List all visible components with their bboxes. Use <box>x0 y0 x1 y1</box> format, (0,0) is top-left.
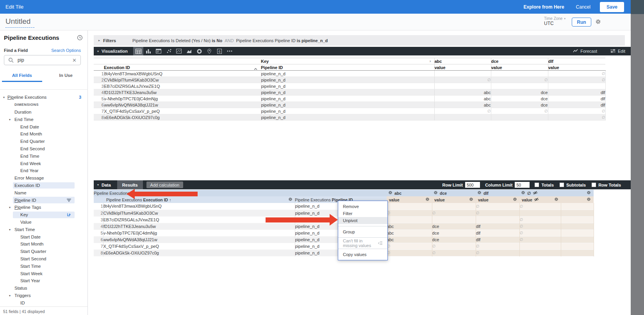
value-column-header[interactable]: value <box>491 64 548 71</box>
pipeline-id-cell[interactable]: pipeline_n_d <box>261 83 434 89</box>
row-totals-checkbox[interactable] <box>592 183 596 187</box>
pivot-value-cell[interactable]: dce <box>491 89 548 96</box>
pivot-value-cell[interactable]: ∅ <box>476 249 519 256</box>
add-calculation-button[interactable]: Add calculation <box>146 182 184 188</box>
pivot-value-cell[interactable]: ∅ <box>548 71 605 77</box>
pivot-value-cell[interactable]: dce <box>432 223 476 230</box>
pivot-value-cell[interactable] <box>434 71 491 77</box>
pivot-value-cell[interactable] <box>434 83 491 89</box>
pivot-value-cell[interactable]: abc <box>434 96 491 102</box>
pivot-value-cell[interactable]: dlf <box>476 223 519 230</box>
pivot-value-cell[interactable] <box>491 71 548 77</box>
pivot-value-cell[interactable]: ∅ <box>387 243 432 249</box>
execution-id-cell[interactable]: fD1I2J2hTTKE3Jeanu3u5w <box>104 89 261 96</box>
gear-icon[interactable] <box>554 197 558 202</box>
settings-gear-icon[interactable] <box>595 19 601 26</box>
viz-pivot-field-header[interactable]: Key› <box>261 58 434 64</box>
sidebar-field-start-week[interactable]: Start Week <box>0 270 88 277</box>
results-tab[interactable]: Results <box>117 180 143 189</box>
execution-id-column-header[interactable]: Execution ID <box>104 64 261 71</box>
execution-id-cell[interactable]: CVkBkIplTfum4SKab3O3Cw <box>104 77 261 83</box>
sidebar-field-start-second[interactable]: Start Second <box>0 255 88 263</box>
menu-item-filter[interactable]: Filter <box>338 210 387 217</box>
pivot-value-cell[interactable] <box>491 114 548 121</box>
sidebar-field-end-time[interactable]: ▾End Time <box>0 116 88 123</box>
pivot-value-cell[interactable]: ∅ <box>476 210 519 216</box>
chevron-down-icon[interactable]: ▾ <box>9 228 11 231</box>
pivot-value-cell[interactable]: ∅ <box>519 203 561 210</box>
results-value-header[interactable]: value <box>476 196 519 203</box>
search-options-link[interactable]: Search Options <box>51 48 81 53</box>
viz-pivot-value-header[interactable]: abc <box>434 58 491 64</box>
sidebar-field-key[interactable]: Key <box>0 211 88 219</box>
cancel-button[interactable]: Cancel <box>576 4 590 10</box>
sidebar-field-start-month[interactable]: Start Month <box>0 240 88 248</box>
pivot-value-cell[interactable]: dlf <box>476 230 519 236</box>
pivot-value-cell[interactable]: ∅ <box>387 210 432 216</box>
viz-pivot-value-header[interactable]: dlf <box>548 58 605 64</box>
pivot-value-cell[interactable]: ∅ <box>491 108 548 114</box>
sidebar-field-execution-id[interactable]: Execution ID <box>0 182 88 189</box>
chevron-right-icon[interactable]: ▸ <box>98 39 100 42</box>
sidebar-field-end-quarter[interactable]: End Quarter <box>0 138 88 145</box>
save-button[interactable]: Save <box>600 2 624 12</box>
results-value-header[interactable]: value <box>519 196 561 203</box>
pivot-value-cell[interactable]: abc <box>434 89 491 96</box>
value-column-header[interactable]: value <box>434 64 491 71</box>
pivot-value-cell[interactable] <box>387 216 432 223</box>
gear-icon[interactable] <box>433 190 438 196</box>
pivot-value-cell[interactable]: ∅ <box>387 249 432 256</box>
results-pivot-value-header[interactable]: dlf <box>476 190 519 196</box>
sidebar-field-triggers[interactable]: ▾Triggers <box>0 292 88 299</box>
pivot-value-cell[interactable]: ∅ <box>519 230 561 236</box>
explore-from-here-link[interactable]: Explore from Here <box>524 4 564 10</box>
pivot-value-cell[interactable]: ∅ <box>476 243 519 249</box>
execution-id-cell[interactable]: v-Nheh0pTPC7E0jC4dmNjg <box>104 96 261 102</box>
results-pivot-value-header[interactable]: ∅ <box>519 190 561 196</box>
viz-pivot-value-header[interactable]: dce <box>491 58 548 64</box>
value-column-header[interactable]: value <box>548 64 605 71</box>
sidebar-field-value[interactable]: Value <box>0 219 88 226</box>
pivot-value-cell[interactable]: ∅ <box>491 77 548 83</box>
pivot-value-cell[interactable] <box>519 249 561 256</box>
pivot-value-cell[interactable]: ∅ <box>548 77 605 83</box>
subtotals-checkbox[interactable] <box>560 183 564 187</box>
pivot-value-cell[interactable]: ∅ <box>434 108 491 114</box>
sidebar-field-end-date[interactable]: End Date <box>0 123 88 130</box>
gear-icon[interactable] <box>288 197 293 202</box>
donut-viz-icon[interactable] <box>194 47 204 55</box>
sidebar-field-end-month[interactable]: End Month <box>0 130 88 138</box>
pivot-value-cell[interactable]: ∅ <box>519 236 561 243</box>
results-pivot-value-header[interactable]: abc <box>387 190 432 196</box>
menu-item-unpivot[interactable]: Unpivot <box>338 217 387 224</box>
results-pivot-value-header[interactable]: dce <box>432 190 476 196</box>
filters-bar[interactable]: ▸ Filters Pipeline Executions Is Deleted… <box>94 35 625 46</box>
sidebar-field-end-week[interactable]: End Week <box>0 160 88 167</box>
clear-search-icon[interactable]: ✕ <box>72 57 77 63</box>
sidebar-field-end-second[interactable]: End Second <box>0 145 88 153</box>
gear-icon[interactable] <box>513 197 517 202</box>
tile-title-input[interactable]: Untitled <box>5 17 34 28</box>
pivot-value-cell[interactable]: dlf <box>548 96 605 102</box>
pivot-value-cell[interactable]: abc <box>387 236 432 243</box>
pipeline-id-cell[interactable]: pipeline_n_d <box>261 77 434 83</box>
menu-item-remove[interactable]: Remove <box>338 203 387 210</box>
chevron-down-icon[interactable]: ▾ <box>97 50 99 53</box>
execution-id-cell[interactable]: xE6eADGkSk-OXiUOZ97c0g <box>103 249 295 256</box>
execution-id-cell[interactable]: 8t4yVen8T3mwaXBWgbUSnQ <box>103 203 295 210</box>
sidebar-field-pipeline-executions[interactable]: ▾Pipeline Executions3 <box>0 94 88 101</box>
pivot-value-cell[interactable] <box>432 203 476 210</box>
line-viz-icon[interactable] <box>174 47 184 55</box>
gear-icon[interactable] <box>587 190 591 196</box>
pivot-value-cell[interactable]: dce <box>432 230 476 236</box>
pivot-value-cell[interactable]: dce <box>491 102 548 108</box>
chevron-right-icon[interactable]: › <box>430 59 431 63</box>
chevron-down-icon[interactable]: ▾ <box>9 117 11 121</box>
map-viz-icon[interactable] <box>204 47 214 55</box>
sidebar-field-start-time[interactable]: Start Time <box>0 262 88 270</box>
pivot-value-cell[interactable]: ∅ <box>432 243 476 249</box>
execution-id-cell[interactable]: xE6eADGkSk-OXiUOZ97c0g <box>104 114 261 121</box>
gear-icon[interactable] <box>388 190 392 196</box>
eye-slash-icon[interactable] <box>534 198 539 202</box>
chevron-down-icon[interactable]: ▾ <box>97 183 99 187</box>
